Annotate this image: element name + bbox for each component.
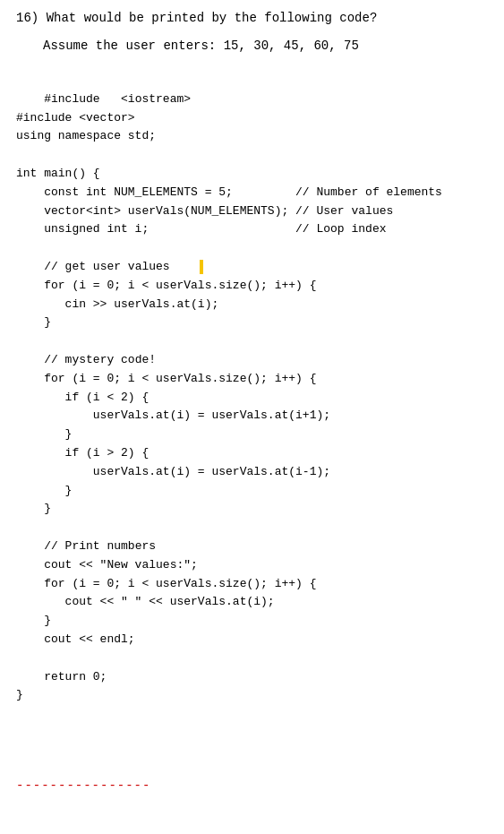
if-i-lt-2-close: }	[16, 427, 72, 441]
return-zero: return 0;	[16, 670, 107, 684]
question-container: 16) What would be printed by the followi…	[16, 9, 488, 793]
include-iostream: #include <iostream>	[44, 92, 191, 106]
cin-line: cin >> userVals.at(i);	[16, 297, 218, 311]
question-text: 16) What would be printed by the followi…	[16, 9, 488, 28]
using-namespace: using namespace std;	[16, 129, 156, 142]
get-values-for: for (i = 0; i < userVals.size(); i++) {	[16, 279, 316, 292]
cout-space-val: cout << " " << userVals.at(i);	[16, 595, 275, 608]
if-i-gt-2-close: }	[16, 484, 72, 497]
main-close: }	[16, 688, 23, 701]
print-for-close: }	[16, 614, 51, 627]
vector-decl: vector<int> userVals(NUM_ELEMENTS); // U…	[16, 204, 393, 218]
num-elements-decl: const int NUM_ELEMENTS = 5; // Number of…	[16, 185, 442, 199]
if-i-gt-2: if (i > 2) {	[16, 446, 149, 460]
assume-line: Assume the user enters: 15, 30, 45, 60, …	[43, 37, 488, 56]
print-for: for (i = 0; i < userVals.size(); i++) {	[16, 577, 316, 590]
mystery-comment: // mystery code!	[16, 353, 156, 366]
mystery-for: for (i = 0; i < userVals.size(); i++) {	[16, 372, 316, 385]
assign-i-minus1: userVals.at(i) = userVals.at(i-1);	[16, 465, 330, 478]
get-values-comment: // get user values	[16, 260, 203, 273]
divider: ----------------	[16, 778, 488, 793]
cout-new-values: cout << "New values:";	[16, 558, 198, 572]
if-i-lt-2: if (i < 2) {	[16, 391, 149, 404]
get-values-close: }	[16, 315, 51, 329]
code-block: #include <iostream> #include <vector> us…	[16, 72, 488, 743]
cout-endl: cout << endl;	[16, 632, 135, 646]
mystery-for-close: }	[16, 502, 51, 515]
assign-i-plus1: userVals.at(i) = userVals.at(i+1);	[16, 408, 330, 422]
question-body: What would be printed by the following c…	[47, 11, 378, 25]
question-number: 16)	[16, 11, 38, 25]
main-declaration: int main() {	[16, 167, 100, 180]
loop-index-decl: unsigned int i; // Loop index	[16, 222, 386, 236]
include-vector: #include <vector>	[16, 111, 135, 125]
print-comment: // Print numbers	[16, 539, 156, 553]
